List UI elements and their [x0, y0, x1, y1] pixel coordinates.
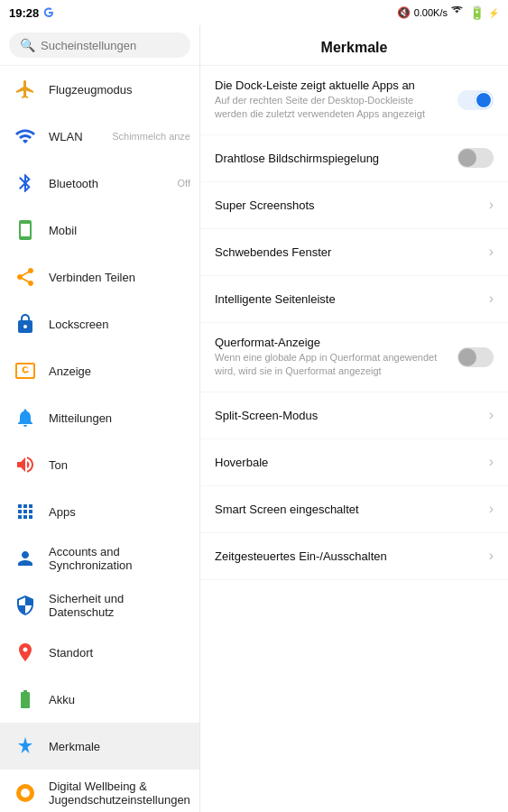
detail-item-bildschirmspiegelung[interactable]: Drahtlose Bildschirmspiegelung	[200, 135, 508, 182]
status-right: 🔇 0.00K/s 🔋 ⚡	[397, 5, 499, 20]
sidebar-label-sicherheit: Sicherheit und Datenschutz	[49, 592, 189, 619]
detail-text-schwebendes-fenster: Schwebendes Fenster	[215, 245, 476, 259]
detail-panel: Merkmale Die Dock-Leiste zeigt aktuelle …	[200, 25, 508, 812]
google-icon	[42, 6, 55, 19]
sidebar-label-ton: Ton	[49, 458, 189, 472]
detail-item-super-screenshots[interactable]: Super Screenshots›	[200, 182, 508, 229]
chevron-split-screen: ›	[489, 407, 494, 422]
network-speed: 0.00K/s	[414, 7, 448, 18]
wifi-icon	[451, 6, 466, 19]
detail-items-container: Die Dock-Leiste zeigt aktuelle Apps anAu…	[200, 66, 508, 580]
sidebar-item-mitteilungen[interactable]: Mitteilungen	[0, 394, 199, 441]
sidebar-item-anzeige[interactable]: Anzeige	[0, 347, 199, 394]
detail-item-smart-screen[interactable]: Smart Screen eingeschaltet›	[200, 486, 508, 533]
main-container: 🔍 FlugzeugmodusWLANSchimmelch anzeBlueto…	[0, 25, 508, 812]
detail-title: Merkmale	[200, 25, 508, 66]
security-icon	[11, 591, 40, 620]
detail-text-dock-leiste: Die Dock-Leiste zeigt aktuelle Apps anAu…	[215, 78, 448, 122]
sidebar-item-wlan[interactable]: WLANSchimmelch anze	[0, 113, 199, 160]
detail-control-intelligente-seitenleiste: ›	[485, 291, 494, 307]
search-input[interactable]	[41, 39, 180, 52]
search-icon: 🔍	[20, 38, 35, 52]
location-icon	[11, 638, 40, 667]
chevron-schwebendes-fenster: ›	[489, 244, 494, 259]
detail-title-querformat-anzeige: Querformat-Anzeige	[215, 336, 448, 349]
sidebar-label-flugzeugmodus: Flugzeugmodus	[49, 83, 189, 97]
sidebar-label-verbinden-teilen: Verbinden Teilen	[49, 271, 189, 284]
detail-text-zeitgesteuertes: Zeitgesteuertes Ein-/Ausschalten	[215, 549, 476, 563]
sidebar-label-merkmale: Merkmale	[49, 740, 189, 753]
features-icon	[11, 732, 40, 761]
display-icon	[11, 356, 40, 385]
notif-icon	[11, 403, 40, 432]
sidebar-item-apps[interactable]: Apps	[0, 488, 199, 535]
sidebar-label-mitteilungen: Mitteilungen	[49, 411, 189, 425]
detail-title-intelligente-seitenleiste: Intelligente Seitenleiste	[215, 292, 476, 306]
detail-text-super-screenshots: Super Screenshots	[215, 198, 476, 212]
chevron-zeitgesteuertes: ›	[489, 548, 494, 563]
sidebar-item-bluetooth[interactable]: BluetoothOff	[0, 160, 199, 207]
toggle-bildschirmspiegelung[interactable]	[457, 148, 494, 168]
detail-title-dock-leiste: Die Dock-Leiste zeigt aktuelle Apps an	[215, 78, 448, 92]
detail-desc-dock-leiste: Auf der rechten Seite der Desktop-Dockle…	[215, 94, 448, 122]
sidebar-sublabel-bluetooth: Off	[178, 178, 190, 189]
sidebar-item-accounts[interactable]: Accounts and Synchronization	[0, 535, 199, 582]
detail-item-dock-leiste[interactable]: Die Dock-Leiste zeigt aktuelle Apps anAu…	[200, 66, 508, 135]
toggle-querformat-anzeige[interactable]	[457, 347, 494, 367]
detail-title-super-screenshots: Super Screenshots	[215, 198, 476, 212]
detail-item-schwebendes-fenster[interactable]: Schwebendes Fenster›	[200, 229, 508, 276]
status-bar: 19:28 🔇 0.00K/s 🔋 ⚡	[0, 0, 508, 25]
detail-control-smart-screen: ›	[485, 501, 494, 517]
sidebar-label-mobil: Mobil	[49, 224, 189, 237]
detail-title-smart-screen: Smart Screen eingeschaltet	[215, 503, 476, 516]
status-time: 19:28	[9, 6, 39, 20]
sidebar-item-lockscreen[interactable]: Lockscreen	[0, 300, 199, 347]
detail-item-zeitgesteuertes[interactable]: Zeitgesteuertes Ein-/Ausschalten›	[200, 533, 508, 580]
sidebar-item-sicherheit[interactable]: Sicherheit und Datenschutz	[0, 582, 199, 629]
sidebar: 🔍 FlugzeugmodusWLANSchimmelch anzeBlueto…	[0, 25, 200, 812]
sidebar-item-standort[interactable]: Standort	[0, 629, 199, 676]
detail-text-intelligente-seitenleiste: Intelligente Seitenleiste	[215, 292, 476, 306]
detail-control-dock-leiste[interactable]	[457, 90, 494, 110]
sidebar-items-container: FlugzeugmodusWLANSchimmelch anzeBluetoot…	[0, 66, 199, 812]
sidebar-item-mobil[interactable]: Mobil	[0, 207, 199, 254]
sidebar-item-akku[interactable]: Akku	[0, 676, 199, 723]
sidebar-label-akku: Akku	[49, 693, 189, 706]
bluetooth-icon	[11, 169, 40, 198]
sidebar-label-lockscreen: Lockscreen	[49, 318, 189, 331]
charging-icon: ⚡	[488, 8, 499, 18]
detail-item-intelligente-seitenleiste[interactable]: Intelligente Seitenleiste›	[200, 276, 508, 323]
detail-text-bildschirmspiegelung: Drahtlose Bildschirmspiegelung	[215, 152, 448, 165]
detail-control-querformat-anzeige[interactable]	[457, 347, 494, 367]
airplane-icon	[11, 75, 40, 104]
detail-text-hoverbale: Hoverbale	[215, 456, 476, 469]
detail-control-zeitgesteuertes: ›	[485, 548, 494, 564]
detail-item-querformat-anzeige[interactable]: Querformat-AnzeigeWenn eine globale App …	[200, 323, 508, 392]
detail-control-hoverbale: ›	[485, 454, 494, 470]
search-container: 🔍	[0, 25, 199, 66]
battery-icon: 🔋	[469, 5, 485, 20]
sidebar-item-merkmale[interactable]: Merkmale	[0, 723, 199, 770]
detail-title-schwebendes-fenster: Schwebendes Fenster	[215, 245, 476, 259]
lock-icon	[11, 309, 40, 338]
sidebar-item-digital-wellbeing[interactable]: Digital Wellbeing & Jugendschutzeinstell…	[0, 770, 199, 812]
digital-icon	[11, 779, 40, 807]
detail-item-hoverbale[interactable]: Hoverbale›	[200, 439, 508, 486]
detail-control-bildschirmspiegelung[interactable]	[457, 148, 494, 168]
detail-title-split-screen: Split-Screen-Modus	[215, 409, 476, 422]
detail-text-querformat-anzeige: Querformat-AnzeigeWenn eine globale App …	[215, 336, 448, 379]
toggle-dock-leiste[interactable]	[457, 90, 494, 110]
sound-icon	[11, 450, 40, 479]
account-icon	[11, 544, 40, 573]
mobile-icon	[11, 216, 40, 245]
apps-icon	[11, 497, 40, 526]
sidebar-label-bluetooth: Bluetooth	[49, 177, 189, 190]
sidebar-item-verbinden-teilen[interactable]: Verbinden Teilen	[0, 254, 199, 300]
chevron-intelligente-seitenleiste: ›	[489, 291, 494, 306]
sidebar-label-standort: Standort	[49, 646, 189, 660]
sidebar-item-ton[interactable]: Ton	[0, 441, 199, 488]
sidebar-item-flugzeugmodus[interactable]: Flugzeugmodus	[0, 66, 199, 113]
detail-item-split-screen[interactable]: Split-Screen-Modus›	[200, 392, 508, 439]
sidebar-label-digital-wellbeing: Digital Wellbeing & Jugendschutzeinstell…	[49, 780, 190, 807]
sidebar-sublabel-wlan: Schimmelch anze	[112, 131, 190, 142]
